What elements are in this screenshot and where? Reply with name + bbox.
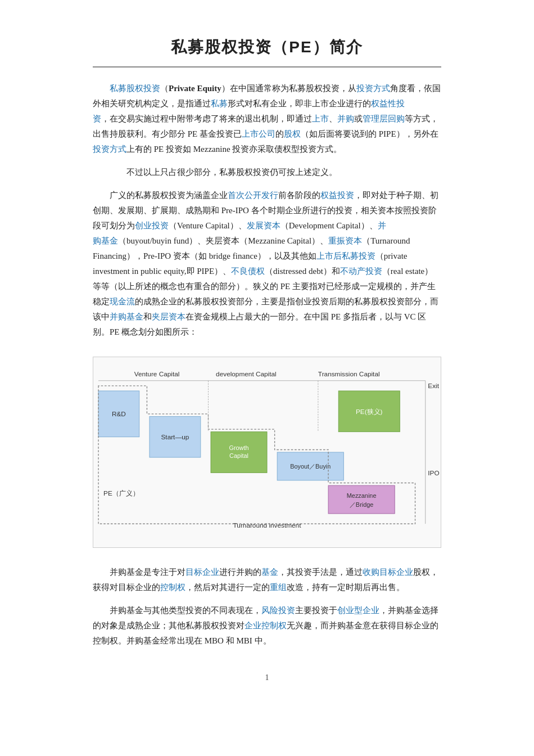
link-venture-capital[interactable]: 创业投资 [135,221,169,230]
link-merger[interactable]: 并购 [337,114,354,123]
label-growth-capital-1: Growth [229,444,248,451]
link-private-placement[interactable]: 私募 [211,99,228,108]
pe-diagram: Venture Capital development Capital Tran… [93,357,441,548]
label-pe-broad: PE（广义） [103,489,139,497]
link-mbo[interactable]: 管理层回购 [363,114,405,123]
label-exit: Exit [428,382,439,390]
label-ipo: IPO [428,469,439,476]
page-title: 私募股权投资（PE）简介 [93,34,441,61]
label-pe-narrow: PE(狭义) [356,407,383,415]
link-investment-method[interactable]: 投资方式 [356,84,390,93]
link-ipo[interactable]: 首次公开发行 [228,191,278,200]
diagram-svg: Venture Capital development Capital Tran… [93,357,441,547]
label-startup: Start—up [161,433,189,441]
label-growth-capital-2: Capital [229,452,248,459]
label-turnaround: Turnaround investment [233,521,302,529]
link-distressed-debt[interactable]: 不良债权 [231,267,265,276]
link-turnaround[interactable]: 重振资本 [328,236,362,245]
link-acquire-target[interactable]: 收购目标企业 [363,568,413,577]
link-vc-invest[interactable]: 风险投资 [261,606,295,615]
link-restructure[interactable]: 重组 [270,583,287,592]
label-rd: R&D [112,410,126,418]
link-equity-invest[interactable]: 权益投资 [320,191,354,200]
paragraph-1: 私募股权投资（Private Equity）在中国通常称为私募股权投资，从投资方… [93,81,441,157]
link-investment-method-2[interactable]: 投资方式 [93,145,126,154]
link-cashflow[interactable]: 现金流 [110,297,135,306]
label-transmission-capital: Transmission Capital [318,370,380,378]
link-real-estate[interactable]: 不动产投资 [340,267,382,276]
title-divider [93,66,441,68]
paragraph-5: 并购基金与其他类型投资的不同表现在，风险投资主要投资于创业型企业，并购基金选择的… [93,603,441,649]
svg-rect-8 [328,485,395,514]
label-venture-capital: Venture Capital [134,370,180,378]
link-listing[interactable]: 上市 [312,114,329,123]
link-enterprise-control[interactable]: 企业控制权 [245,621,287,630]
link-fund[interactable]: 基金 [261,568,278,577]
link-equity[interactable]: 股权 [284,129,301,138]
label-development-capital: development Capital [216,370,277,378]
link-listed-company[interactable]: 上市公司 [242,129,275,138]
link-startup-firm[interactable]: 创业型企业 [337,606,379,615]
link-private-equity[interactable]: 私募股权投资 [110,84,160,93]
label-mezzanine-2: ／Bridge [350,501,373,508]
link-buyout-fund-2[interactable]: 并购基金 [110,312,143,321]
paragraph-4: 并购基金是专注于对目标企业进行并购的基金，其投资手法是，通过收购目标企业股权，获… [93,565,441,595]
pe-bold: Private Equity [169,84,221,93]
paragraph-2: 不过以上只占很少部分，私募股权投资仍可按上述定义。 [93,165,441,180]
label-mezzanine-1: Mezzanine [347,492,377,498]
label-buyout: Boyout／Buyin [290,463,331,470]
link-target-company[interactable]: 目标企业 [185,568,219,577]
link-mezzanine-capital[interactable]: 夹层资本 [152,312,185,321]
page-number: 1 [93,671,441,685]
paragraph-3: 广义的私募股权投资为涵盖企业首次公开发行前各阶段的权益投资，即对处于种子期、初创… [93,188,441,340]
link-control[interactable]: 控制权 [160,583,185,592]
page-container: 私募股权投资（PE）简介 私募股权投资（Private Equity）在中国通常… [48,0,486,729]
link-pipe[interactable]: 上市后私募投资 [316,251,375,260]
link-equity-investment[interactable]: 权益性投资 [93,99,405,123]
link-development-capital[interactable]: 发展资本 [247,221,280,230]
